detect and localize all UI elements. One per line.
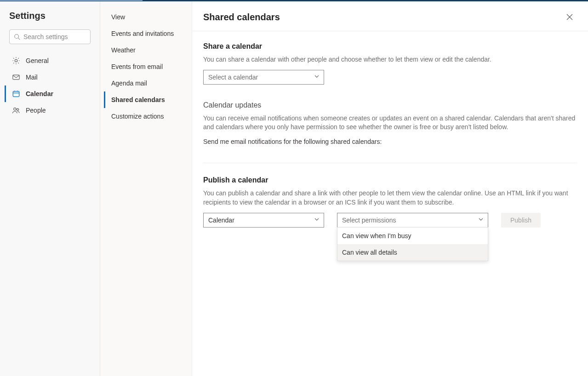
publish-permissions-placeholder: Select permissions [342, 216, 396, 224]
permissions-option-view-all[interactable]: Can view all details [337, 244, 488, 261]
svg-line-1 [18, 38, 20, 40]
share-heading: Share a calendar [203, 42, 577, 51]
svg-point-2 [15, 59, 17, 62]
subnav-events-from-email[interactable]: Events from email [104, 58, 188, 75]
subnav-customize-actions[interactable]: Customize actions [104, 108, 188, 125]
nav-general[interactable]: General [5, 52, 95, 69]
settings-categories: General Mail [5, 52, 95, 119]
subnav-customize-actions-label: Customize actions [111, 113, 164, 120]
publish-calendar-select[interactable]: Calendar [203, 213, 324, 228]
settings-main: Shared calendars Share a calendar You ca… [192, 1, 588, 376]
subnav-shared-calendars-label: Shared calendars [111, 96, 165, 103]
publish-controls-row: Calendar Select permissions [203, 213, 577, 228]
search-icon [14, 34, 20, 40]
chevron-down-icon [478, 216, 484, 223]
publish-heading: Publish a calendar [203, 176, 577, 184]
calendar-updates-section: Calendar updates You can receive email n… [203, 101, 577, 147]
people-icon [12, 106, 20, 114]
publish-description: You can publish a calendar and share a l… [203, 189, 577, 207]
settings-title: Settings [5, 11, 95, 21]
share-calendar-select[interactable]: Select a calendar [203, 70, 324, 85]
subnav-weather[interactable]: Weather [104, 42, 188, 58]
share-calendar-section: Share a calendar You can share a calenda… [203, 42, 577, 85]
settings-app: Settings General [0, 1, 588, 376]
publish-permissions-select[interactable]: Select permissions [337, 213, 488, 228]
topbar-accent [0, 0, 143, 1]
settings-search-wrap [9, 29, 91, 44]
updates-heading: Calendar updates [203, 101, 577, 109]
subnav-shared-calendars[interactable]: Shared calendars [104, 91, 188, 108]
svg-rect-3 [13, 75, 19, 80]
main-body: Share a calendar You can share a calenda… [192, 31, 588, 376]
publish-permissions-wrap: Select permissions Can view when I'm bus… [337, 213, 488, 228]
main-header: Shared calendars [192, 1, 588, 31]
settings-sidebar: Settings General [0, 1, 100, 376]
permissions-option-view-busy-label: Can view when I'm busy [342, 232, 411, 239]
subnav-events-from-email-label: Events from email [111, 63, 163, 70]
svg-point-9 [17, 108, 18, 110]
nav-mail-label: Mail [26, 74, 38, 81]
calendar-subnav: View Events and invitations Weather Even… [104, 9, 188, 125]
nav-calendar[interactable]: Calendar [5, 85, 95, 102]
page-title: Shared calendars [203, 12, 280, 23]
chevron-down-icon [314, 216, 320, 223]
nav-people-label: People [26, 107, 46, 114]
permissions-option-view-all-label: Can view all details [342, 249, 397, 256]
svg-point-0 [15, 34, 19, 39]
share-calendar-select-label: Select a calendar [208, 74, 258, 81]
svg-point-8 [14, 108, 16, 110]
subnav-view[interactable]: View [104, 9, 188, 25]
share-description: You can share a calendar with other peop… [203, 55, 577, 64]
subnav-view-label: View [111, 13, 125, 21]
subnav-agenda-mail[interactable]: Agenda mail [104, 75, 188, 91]
nav-people[interactable]: People [5, 102, 95, 119]
subnav-events-invitations[interactable]: Events and invitations [104, 25, 188, 42]
settings-subnav: View Events and invitations Weather Even… [100, 1, 192, 376]
permissions-dropdown: Can view when I'm busy Can view all deta… [337, 227, 488, 261]
calendar-icon [12, 90, 20, 98]
permissions-option-view-busy[interactable]: Can view when I'm busy [337, 228, 488, 244]
subnav-agenda-mail-label: Agenda mail [111, 80, 147, 87]
nav-mail[interactable]: Mail [5, 69, 95, 85]
mail-icon [12, 73, 20, 81]
publish-calendar-select-value: Calendar [208, 216, 234, 224]
publish-calendar-section: Publish a calendar You can publish a cal… [203, 163, 577, 227]
svg-rect-4 [13, 91, 19, 97]
subnav-events-invitations-label: Events and invitations [111, 30, 174, 37]
close-button[interactable] [562, 10, 577, 24]
updates-prompt: Send me email notifications for the foll… [203, 137, 577, 147]
close-icon [566, 14, 573, 20]
nav-calendar-label: Calendar [26, 90, 53, 97]
updates-description: You can receive email notifications when… [203, 114, 577, 132]
settings-search-input[interactable] [9, 29, 91, 44]
subnav-weather-label: Weather [111, 46, 136, 54]
chevron-down-icon [314, 73, 320, 80]
publish-button[interactable]: Publish [501, 213, 541, 228]
nav-general-label: General [26, 57, 49, 64]
gear-icon [12, 57, 20, 65]
